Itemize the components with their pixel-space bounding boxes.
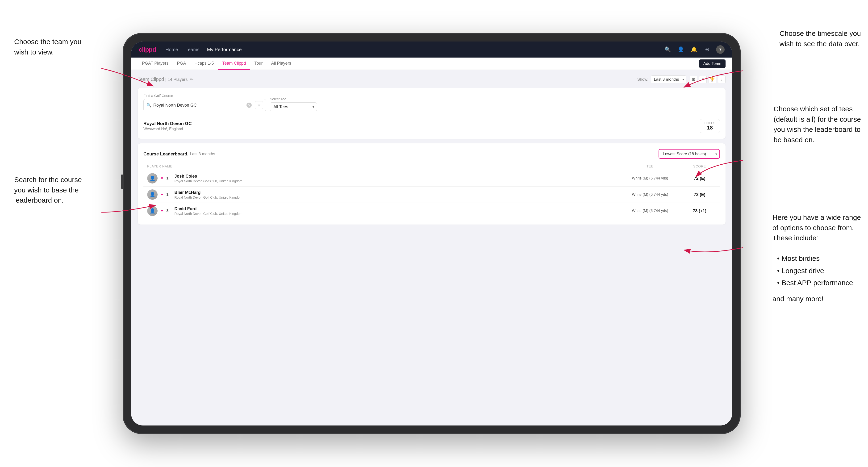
clear-search-button[interactable]: ✕ <box>247 102 252 108</box>
tee-select-wrap: All Tees White (M) Yellow (M) Red (L) <box>270 102 317 111</box>
player-details-2: David Ford Royal North Devon Golf Club, … <box>175 206 243 216</box>
list-view-icon[interactable]: ≡ <box>699 76 707 83</box>
tee-select[interactable]: All Tees White (M) Yellow (M) Red (L) <box>270 102 317 111</box>
player-name-0: Josh Coles <box>175 174 243 179</box>
grid-view-icon[interactable]: ⊞ <box>690 76 697 83</box>
main-content: Team Clippd | 14 Players ✏ Show: Last 3 … <box>131 70 732 235</box>
leaderboard-card: Course Leaderboard, Last 3 months Lowest… <box>138 144 725 224</box>
select-tee-group: Select Tee All Tees White (M) Yellow (M)… <box>270 97 317 111</box>
leaderboard-table: PLAYER NAME TEE SCORE 👤 ♥ 1 <box>144 162 720 219</box>
tablet-side-button <box>121 175 123 189</box>
search-card: Find a Golf Course 🔍 Royal North Devon G… <box>138 88 725 139</box>
player-avatar-0: 👤 <box>147 173 158 184</box>
leaderboard-header: Course Leaderboard, Last 3 months Lowest… <box>144 149 720 159</box>
team-header: Team Clippd | 14 Players ✏ Show: Last 3 … <box>138 75 725 83</box>
holes-label: Holes <box>704 121 715 125</box>
search-icon-inner: 🔍 <box>147 103 151 108</box>
score-select[interactable]: Lowest Score (18 holes) Most Birdies Lon… <box>658 149 720 159</box>
sub-navigation: PGAT Players PGA Hcaps 1-5 Team Clippd T… <box>131 58 732 70</box>
nav-home[interactable]: Home <box>165 47 178 52</box>
show-select[interactable]: Last 3 months Last 6 months Last year Al… <box>651 75 686 83</box>
course-location: Westward Ho!, England <box>144 127 700 131</box>
table-row: 👤 ♥ 3 David Ford Royal North Devon Golf … <box>144 203 720 219</box>
download-icon[interactable]: ↓ <box>718 76 725 83</box>
people-icon[interactable]: 👤 <box>677 45 685 54</box>
player-name-1: Blair McHarg <box>175 190 243 195</box>
course-result: Royal North Devon GC Westward Ho!, Engla… <box>144 115 720 133</box>
col-header-score: SCORE <box>683 164 716 168</box>
app-logo: clippd <box>139 46 156 53</box>
favorite-button[interactable]: ☆ <box>255 101 263 109</box>
and-more: and many more! <box>772 294 861 304</box>
show-label: Show: <box>637 77 648 82</box>
player-rank-2: 3 <box>166 209 171 213</box>
score-select-wrap: Lowest Score (18 holes) Most Birdies Lon… <box>658 149 720 159</box>
course-name: Royal North Devon GC <box>144 121 700 126</box>
leaderboard-subtitle: Last 3 months <box>190 152 215 156</box>
avatar-face-1: 👤 <box>147 189 158 200</box>
view-icons: ⊞ ≡ 🏆 ↓ <box>690 76 725 83</box>
player-details-0: Josh Coles Royal North Devon Golf Club, … <box>175 174 243 183</box>
player-name-2: David Ford <box>175 206 243 211</box>
find-course-group: Find a Golf Course 🔍 Royal North Devon G… <box>144 94 266 111</box>
player-club-0: Royal North Devon Golf Club, United King… <box>175 179 243 183</box>
player-cell-1: 👤 ♥ 1 Blair McHarg Royal North Devon Gol… <box>147 189 617 200</box>
tee-cell-0: White (M) (6,744 yds) <box>617 176 683 181</box>
nav-my-performance[interactable]: My Performance <box>207 47 242 52</box>
score-cell-2: 73 (+1) <box>683 209 716 214</box>
tablet-screen: clippd Home Teams My Performance 🔍 👤 🔔 ⊕… <box>131 41 732 426</box>
leaderboard-title: Course Leaderboard, <box>144 151 188 157</box>
search-input-text[interactable]: Royal North Devon GC <box>153 103 245 108</box>
col-header-player: PLAYER NAME <box>147 164 617 168</box>
heart-icon-0[interactable]: ♥ <box>161 176 163 181</box>
table-row: 👤 ♥ 1 Josh Coles Royal North Devon Golf … <box>144 170 720 186</box>
find-course-label: Find a Golf Course <box>144 94 266 98</box>
table-header-row: PLAYER NAME TEE SCORE <box>144 162 720 170</box>
annotation-mid-right: Choose which set of tees(default is all)… <box>774 104 861 145</box>
bell-icon[interactable]: 🔔 <box>690 45 698 54</box>
top-navigation: clippd Home Teams My Performance 🔍 👤 🔔 ⊕… <box>131 41 732 58</box>
tab-tour[interactable]: Tour <box>250 58 267 70</box>
holes-box: Holes 18 <box>700 119 720 133</box>
tee-cell-1: White (M) (6,744 yds) <box>617 192 683 197</box>
tab-all-players[interactable]: All Players <box>267 58 296 70</box>
annotation-top-right: Choose the timescale youwish to see the … <box>780 28 861 49</box>
avatar-face-2: 👤 <box>147 206 158 216</box>
heart-icon-2[interactable]: ♥ <box>161 209 163 213</box>
heart-icon-1[interactable]: ♥ <box>161 192 163 197</box>
team-title: Team Clippd | 14 Players <box>138 76 187 82</box>
course-info: Royal North Devon GC Westward Ho!, Engla… <box>144 121 700 131</box>
search-row: Find a Golf Course 🔍 Royal North Devon G… <box>144 94 720 111</box>
select-tee-label: Select Tee <box>270 97 317 101</box>
annotation-mid-left: Search for the courseyou wish to base th… <box>14 175 82 206</box>
annotation-top-left: Choose the team youwish to view. <box>14 36 81 57</box>
annotation-bot-right: Here you have a wide rangeof options to … <box>772 212 861 304</box>
trophy-icon[interactable]: 🏆 <box>709 76 716 83</box>
show-select-wrapper: Last 3 months Last 6 months Last year Al… <box>651 75 686 83</box>
player-cell-2: 👤 ♥ 3 David Ford Royal North Devon Golf … <box>147 206 617 216</box>
tab-pga[interactable]: PGA <box>173 58 190 70</box>
player-details-1: Blair McHarg Royal North Devon Golf Club… <box>175 190 243 199</box>
player-avatar-2: 👤 <box>147 206 158 216</box>
tab-hcaps[interactable]: Hcaps 1-5 <box>190 58 218 70</box>
tab-pgat-players[interactable]: PGAT Players <box>138 58 173 70</box>
score-cell-0: 72 (E) <box>683 176 716 181</box>
col-header-tee: TEE <box>617 164 683 168</box>
avatar[interactable]: ▼ <box>716 45 724 54</box>
settings-icon[interactable]: ⊕ <box>703 45 711 54</box>
nav-icon-group: 🔍 👤 🔔 ⊕ ▼ <box>663 45 724 54</box>
player-cell-0: 👤 ♥ 1 Josh Coles Royal North Devon Golf … <box>147 173 617 184</box>
table-row: 👤 ♥ 1 Blair McHarg Royal North Devon Gol… <box>144 186 720 203</box>
score-cell-1: 72 (E) <box>683 192 716 197</box>
tablet-device: clippd Home Teams My Performance 🔍 👤 🔔 ⊕… <box>123 33 741 434</box>
tab-team-clippd[interactable]: Team Clippd <box>218 58 250 70</box>
nav-links: Home Teams My Performance <box>165 47 242 52</box>
edit-icon[interactable]: ✏ <box>190 77 193 82</box>
player-rank-1: 1 <box>166 192 171 197</box>
player-rank-0: 1 <box>166 176 171 181</box>
nav-teams[interactable]: Teams <box>186 47 199 52</box>
search-icon[interactable]: 🔍 <box>663 45 672 54</box>
tee-cell-2: White (M) (6,744 yds) <box>617 209 683 213</box>
add-team-button[interactable]: Add Team <box>699 59 725 68</box>
player-club-1: Royal North Devon Golf Club, United King… <box>175 195 243 199</box>
